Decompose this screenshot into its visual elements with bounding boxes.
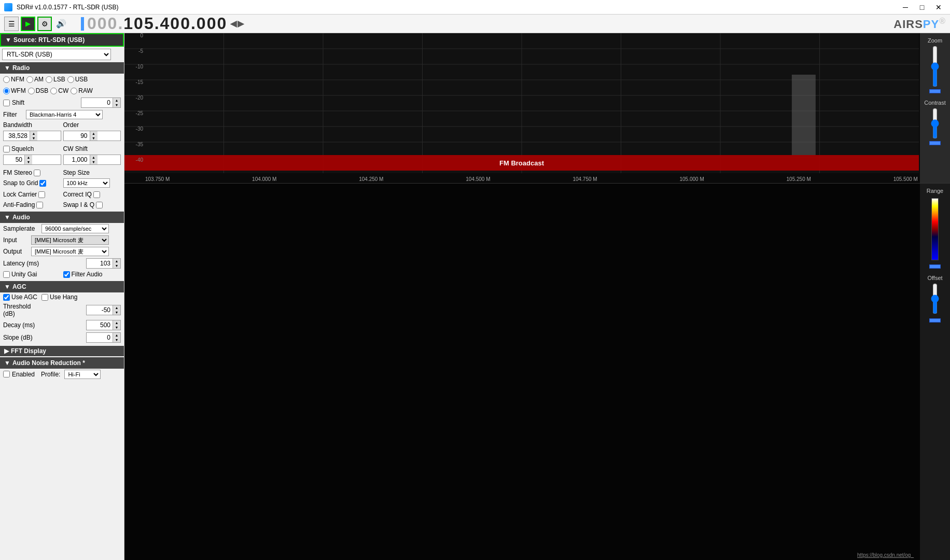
decay-value[interactable] <box>87 321 113 329</box>
anti-fading-checkbox[interactable] <box>36 202 43 208</box>
shift-checkbox[interactable] <box>3 100 10 106</box>
decay-input[interactable]: ▲ ▼ <box>86 320 121 330</box>
decay-down[interactable]: ▼ <box>113 325 120 330</box>
samplerate-select[interactable]: 96000 sample/sec 48000 sample/sec <box>41 224 109 233</box>
order-down[interactable]: ▼ <box>90 136 97 141</box>
bw-up[interactable]: ▲ <box>30 131 37 136</box>
latency-up[interactable]: ▲ <box>113 259 120 263</box>
shift-value[interactable] <box>81 99 113 107</box>
close-button[interactable]: ✕ <box>931 0 946 15</box>
mode-wfm[interactable]: WFM <box>3 87 26 94</box>
order-value[interactable] <box>64 132 90 140</box>
offset-indicator[interactable] <box>929 318 941 323</box>
settings-button[interactable]: ⚙ <box>37 17 52 31</box>
input-select[interactable]: [MME] Microsoft 麦 <box>31 235 109 245</box>
fft-title: FFT Display <box>11 347 46 355</box>
cw-shift-spinners: ▲ ▼ <box>90 155 97 164</box>
threshold-input[interactable]: ▲ ▼ <box>86 305 121 315</box>
bw-order-row: Bandwidth Order <box>0 120 124 130</box>
squelch-input[interactable]: ▲ ▼ <box>3 155 61 165</box>
zoom-slider[interactable] <box>931 46 939 87</box>
use-agc-checkbox[interactable] <box>3 294 10 301</box>
radio-header[interactable]: ▼ Radio <box>0 62 124 74</box>
mode-am[interactable]: AM <box>26 76 44 83</box>
output-label: Output <box>3 248 29 255</box>
squelch-value[interactable] <box>4 156 24 164</box>
correct-iq-checkbox[interactable] <box>93 191 100 198</box>
slope-input[interactable]: ▲ ▼ <box>86 332 121 343</box>
maximize-button[interactable]: □ <box>915 0 929 15</box>
mode-lsb[interactable]: LSB <box>46 76 65 83</box>
cw-shift-up[interactable]: ▲ <box>90 155 97 160</box>
svg-text:-10: -10 <box>136 64 144 69</box>
mode-usb[interactable]: USB <box>67 76 88 83</box>
slope-down[interactable]: ▼ <box>113 338 120 342</box>
cw-shift-value[interactable] <box>64 156 90 164</box>
order-input[interactable]: ▲ ▼ <box>63 131 121 141</box>
output-select[interactable]: [MME] Microsoft 麦 <box>31 247 109 256</box>
squelch-down[interactable]: ▼ <box>25 160 32 164</box>
mode-cw[interactable]: CW <box>50 87 68 94</box>
slope-value[interactable] <box>87 333 113 342</box>
latency-value[interactable] <box>87 259 113 268</box>
cw-shift-down[interactable]: ▼ <box>90 160 97 164</box>
fm-stereo-checkbox[interactable] <box>34 170 40 176</box>
source-select[interactable]: RTL-SDR (USB) <box>2 49 111 60</box>
audio-noise-header[interactable]: ▼ Audio Noise Reduction * <box>0 357 124 369</box>
squelch-checkbox[interactable] <box>3 146 10 152</box>
lock-carrier-checkbox[interactable] <box>38 191 45 198</box>
freq-arrows[interactable]: ◀▶ <box>230 19 245 29</box>
filter-select[interactable]: Blackman-Harris 4 Hamming Hann <box>26 110 103 119</box>
waterfall-area[interactable]: Range Offset <box>124 184 950 560</box>
threshold-down[interactable]: ▼ <box>113 310 120 315</box>
fft-display-header[interactable]: ▶ FFT Display <box>0 346 124 356</box>
bw-down[interactable]: ▼ <box>30 136 37 141</box>
shift-up[interactable]: ▲ <box>113 98 120 103</box>
order-up[interactable]: ▲ <box>90 131 97 136</box>
slope-up[interactable]: ▲ <box>113 333 120 338</box>
use-hang-row: Use Hang <box>41 293 77 301</box>
mode-nfm[interactable]: NFM <box>3 76 24 83</box>
use-hang-checkbox[interactable] <box>41 294 48 301</box>
agc-header[interactable]: ▼ AGC <box>0 281 124 292</box>
samplerate-row: Samplerate 96000 sample/sec 48000 sample… <box>0 223 124 234</box>
filter-label: Filter <box>3 111 24 118</box>
bandwidth-label: Bandwidth <box>3 121 61 129</box>
offset-slider[interactable] <box>931 283 939 314</box>
squelch-up[interactable]: ▲ <box>25 155 32 160</box>
threshold-value[interactable] <box>87 306 113 314</box>
cw-shift-input[interactable]: ▲ ▼ <box>63 155 121 165</box>
swap-iq-checkbox[interactable] <box>96 202 103 208</box>
snap-select[interactable]: 100 kHz 50 kHz <box>63 178 110 188</box>
lock-carrier-row: Lock Carrier <box>3 191 61 198</box>
profile-select[interactable]: Hi-Fi Voice <box>64 370 101 379</box>
shift-down[interactable]: ▼ <box>113 103 120 107</box>
decay-up[interactable]: ▲ <box>113 320 120 325</box>
range-indicator[interactable] <box>929 264 941 269</box>
spectrum-area[interactable]: FM Broadcast 0 -5 -10 -15 -20 -25 -30 -3… <box>124 33 950 184</box>
play-button[interactable]: ▶ <box>21 17 35 31</box>
mode-dsb[interactable]: DSB <box>28 87 49 94</box>
bandwidth-value[interactable] <box>4 132 30 140</box>
color-gradient <box>931 198 939 260</box>
bandwidth-input[interactable]: ▲ ▼ <box>3 131 61 141</box>
latency-input[interactable]: ▲ ▼ <box>86 258 121 269</box>
volume-button[interactable]: 🔊 <box>54 17 68 31</box>
audio-header[interactable]: ▼ Audio <box>0 212 124 223</box>
shift-input[interactable]: ▲ ▼ <box>81 97 121 108</box>
minimize-button[interactable]: ─ <box>898 0 913 15</box>
source-header[interactable]: ▼ Source: RTL-SDR (USB) <box>0 33 124 47</box>
threshold-up[interactable]: ▲ <box>113 305 120 310</box>
unity-gain-checkbox[interactable] <box>3 271 10 278</box>
filter-audio-checkbox[interactable] <box>63 271 70 278</box>
contrast-slider[interactable] <box>931 108 939 139</box>
latency-down[interactable]: ▼ <box>113 263 120 268</box>
menu-button[interactable]: ☰ <box>4 17 19 31</box>
noise-enabled-checkbox[interactable] <box>3 371 10 377</box>
mode-raw[interactable]: RAW <box>71 87 93 94</box>
footer-link[interactable]: https://blog.csdn.net/og_ <box>857 552 914 558</box>
slope-label: Slope (dB) <box>3 334 39 341</box>
snap-to-grid-checkbox[interactable] <box>39 180 46 187</box>
shift-label: Shift <box>12 99 33 106</box>
profile-label: Profile: <box>41 371 60 378</box>
